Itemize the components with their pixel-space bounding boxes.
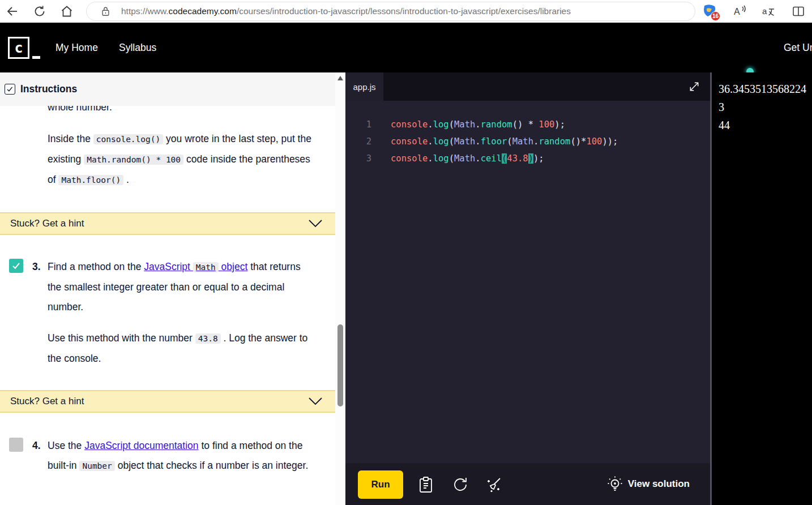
logo-cursor [32,56,40,59]
instructions-title: Instructions [20,83,77,95]
code-line: 3console.log(Math.ceil(43.8)); [345,150,710,167]
line-number: 2 [345,136,371,147]
inline-code-chip: Math.floor() [58,175,123,185]
inline-link[interactable]: Math [193,262,219,272]
inline-link[interactable]: object [219,261,248,272]
text-segment: object that checks if a number is an int… [115,460,308,471]
read-aloud-icon[interactable]: A [733,5,747,18]
line-number: 3 [345,153,371,164]
code-line: 2console.log(Math.floor(Math.random()*10… [345,133,710,150]
nav-syllabus[interactable]: Syllabus [119,23,156,72]
address-bar[interactable]: https://www.codecademy.com/courses/intro… [86,2,695,21]
instructions-checkbox-icon [5,84,15,95]
back-icon[interactable] [6,5,19,18]
line-number: 1 [345,119,371,130]
editor-panel: app.js 1console.log(Math.random() * 100)… [345,72,712,505]
inline-code-chip: 43.8 [195,333,221,344]
svg-text:a: a [762,6,767,16]
text-segment: . [123,174,129,185]
copy-code-icon[interactable] [417,476,435,494]
instructions-panel: whole number. Instructions Inside the co… [0,72,345,505]
inline-code-chip: console.log() [93,134,164,144]
text-segment: Find a method on the [48,261,144,272]
browser-toolbar: https://www.codecademy.com/courses/intro… [0,0,812,23]
svg-text:A: A [734,7,740,16]
browser-essentials-icon[interactable]: 16 [701,3,718,20]
scrollbar-thumb[interactable] [337,324,343,406]
text-segment: Use this method with the number [48,332,195,344]
clean-code-icon[interactable] [485,476,503,494]
get-unstuck-button[interactable]: Get Unstuck [784,23,812,72]
inline-code-chip: Math.random() * 100 [84,155,183,165]
text-segment: Use the [48,440,84,451]
text-segment: Inside the [48,133,93,144]
instructions-scrollbar[interactable] [335,72,345,505]
scroll-up-arrow[interactable] [337,75,344,81]
page: https://www.codecademy.com/courses/intro… [0,0,812,505]
chevron-down-icon [308,219,323,228]
view-solution-label: View solution [628,478,690,490]
run-button[interactable]: Run [358,470,403,499]
reset-code-icon[interactable] [451,476,469,494]
step-4-number: 4. [32,436,41,456]
hint-label: Stuck? Get a hint [10,396,84,407]
view-solution-button[interactable]: View solution [606,463,690,505]
tab-app-js[interactable]: app.js [345,72,383,101]
expand-icon[interactable] [689,81,700,92]
codecademy-logo[interactable]: c [8,37,40,62]
home-icon[interactable] [60,5,74,18]
logo-letter: c [8,37,29,59]
code-editor[interactable]: 1console.log(Math.random() * 100);2conso… [345,101,710,463]
inline-code-chip: Number [79,461,114,471]
step-3-second-paragraph: Use this method with the number 43.8 . L… [48,328,311,369]
step-3-text: Find a method on the JavaScript Math obj… [48,257,311,317]
url-text: https://www.codecademy.com/courses/intro… [121,6,571,16]
notification-badge: 16 [711,11,720,21]
hint-accordion-2[interactable]: Stuck? Get a hint [0,390,335,413]
hint-label: Stuck? Get a hint [10,218,84,229]
lightbulb-icon [606,476,623,493]
step-3-number: 3. [32,257,41,277]
editor-tabbar: app.js [345,72,710,101]
nav-my-home[interactable]: My Home [55,23,98,72]
step-4-checkbox [9,438,23,452]
lock-icon [101,6,110,16]
refresh-icon[interactable] [33,5,46,18]
step-3-checkbox [9,259,23,273]
code-line: 1console.log(Math.random() * 100); [345,116,710,133]
console-output-line: 36.3453513568224 [719,80,812,98]
console-output-line: 3 [719,98,812,116]
inline-link[interactable]: JavaScript [144,261,193,272]
editor-toolbar: Run [345,463,710,505]
hint-accordion-1[interactable]: Stuck? Get a hint [0,212,335,235]
instructions-header: Instructions [0,72,335,106]
translate-icon[interactable]: a [762,5,775,18]
inline-link[interactable]: JavaScript documentation [84,440,198,451]
app-header: c My Home Syllabus Get Unstuck [0,23,812,72]
chevron-down-icon [308,397,323,406]
step2-paragraph: Inside the console.log() you wrote in th… [48,129,311,190]
console-output-line: 44 [719,116,812,134]
split-screen-icon[interactable] [792,5,805,18]
console-output-panel: 36.3453513568224344 [712,72,812,505]
step-4-text: Use the JavaScript documentation to find… [48,436,311,476]
